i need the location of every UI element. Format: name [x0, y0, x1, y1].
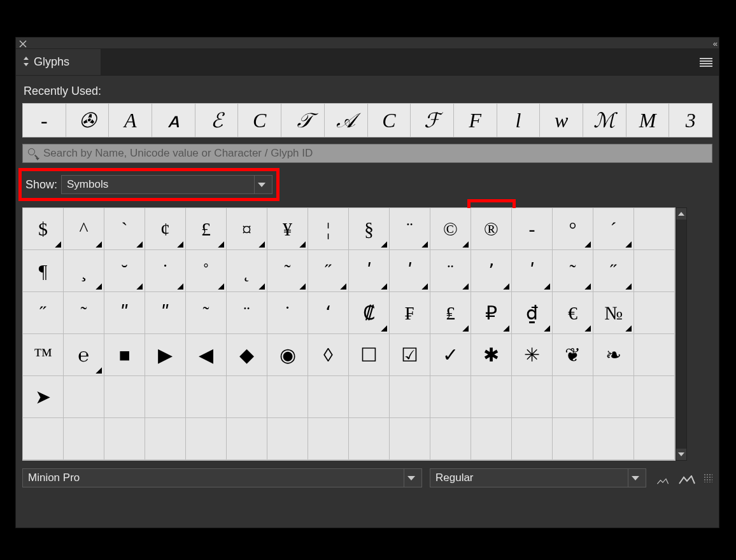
glyph-cell[interactable] [104, 418, 145, 460]
glyph-cell[interactable]: ¤ [227, 208, 267, 250]
glyph-cell[interactable]: ✱ [471, 334, 512, 376]
glyph-cell[interactable]: ¸ [64, 250, 104, 292]
glyph-cell[interactable] [64, 418, 104, 460]
recent-glyph[interactable]: F [454, 104, 497, 137]
recent-glyph[interactable]: M [626, 104, 670, 137]
scroll-down-button[interactable] [676, 449, 686, 460]
glyph-cell[interactable]: ˚ [186, 250, 227, 292]
recent-glyph[interactable]: 𝒯 [281, 104, 325, 137]
glyph-cell[interactable]: ʹ [390, 250, 430, 292]
glyph-cell[interactable]: ₽ [471, 292, 512, 334]
glyph-cell[interactable] [267, 418, 308, 460]
recent-glyph[interactable]: ℱ [411, 104, 454, 137]
recent-glyph[interactable]: ℳ [583, 104, 626, 137]
glyph-cell[interactable]: ´ [593, 208, 634, 250]
glyph-cell[interactable]: ℮ [64, 334, 104, 376]
recent-glyph[interactable]: l [497, 104, 541, 137]
glyph-cell[interactable] [512, 418, 553, 460]
glyph-cell[interactable]: $ [23, 208, 64, 250]
glyph-cell[interactable]: ʻ [308, 292, 349, 334]
glyph-cell[interactable] [227, 418, 267, 460]
glyph-cell[interactable]: ˝ [593, 250, 634, 292]
glyph-cell[interactable]: ◉ [267, 334, 308, 376]
glyph-cell[interactable]: ➤ [23, 376, 64, 418]
font-style-dropdown[interactable]: Regular [430, 468, 646, 487]
glyph-cell[interactable]: ₤ [430, 292, 471, 334]
glyph-cell[interactable]: ✳ [512, 334, 553, 376]
glyph-cell[interactable] [64, 376, 104, 418]
scroll-up-button[interactable] [676, 208, 686, 220]
recent-glyph[interactable]: C [238, 104, 281, 137]
glyph-cell[interactable] [186, 376, 227, 418]
glyph-cell[interactable] [430, 418, 471, 460]
glyph-cell[interactable]: ₫ [512, 292, 553, 334]
glyph-cell[interactable]: ™ [23, 334, 64, 376]
recent-glyph[interactable]: C [368, 104, 411, 137]
show-dropdown[interactable]: Symbols [61, 175, 272, 194]
glyph-cell[interactable]: § [349, 208, 390, 250]
glyph-cell[interactable]: ® [471, 208, 512, 250]
glyph-cell[interactable]: © [430, 208, 471, 250]
glyph-cell[interactable]: ˝ [23, 292, 64, 334]
glyph-cell[interactable] [267, 376, 308, 418]
glyph-cell[interactable]: ˙ [145, 250, 186, 292]
glyph-cell[interactable] [634, 292, 675, 334]
glyph-cell[interactable]: ˘ [104, 250, 145, 292]
glyph-cell[interactable]: ¥ [267, 208, 308, 250]
recent-glyph[interactable]: 3 [669, 104, 712, 137]
glyph-cell[interactable] [349, 418, 390, 460]
glyph-cell[interactable]: ˜ [186, 292, 227, 334]
glyph-cell[interactable] [145, 376, 186, 418]
search-field[interactable]: Search by Name, Unicode value or Charact… [22, 144, 712, 163]
glyph-cell[interactable] [593, 418, 634, 460]
glyph-cell[interactable]: ■ [104, 334, 145, 376]
glyph-cell[interactable]: ❦ [553, 334, 593, 376]
glyph-cell[interactable] [430, 376, 471, 418]
glyph-cell[interactable] [227, 376, 267, 418]
glyph-cell[interactable] [308, 376, 349, 418]
glyph-cell[interactable]: ˜ [267, 250, 308, 292]
glyph-cell[interactable] [593, 376, 634, 418]
glyph-cell[interactable] [634, 250, 675, 292]
glyph-cell[interactable]: ʹ [349, 250, 390, 292]
glyph-cell[interactable] [512, 376, 553, 418]
glyph-cell[interactable]: ¶ [23, 250, 64, 292]
glyph-cell[interactable]: ¢ [145, 208, 186, 250]
glyph-cell[interactable]: ◀ [186, 334, 227, 376]
resize-grip[interactable] [704, 473, 712, 482]
glyph-cell[interactable]: ° [553, 208, 593, 250]
glyph-cell[interactable]: ˜ [64, 292, 104, 334]
glyph-cell[interactable]: ◆ [227, 334, 267, 376]
glyph-cell[interactable] [553, 376, 593, 418]
recent-glyph[interactable]: ᴀ [152, 104, 195, 137]
glyph-cell[interactable]: ʹ [512, 250, 553, 292]
glyph-cell[interactable]: № [593, 292, 634, 334]
glyph-cell[interactable] [634, 418, 675, 460]
glyph-cell[interactable]: ₣ [390, 292, 430, 334]
glyph-cell[interactable] [634, 376, 675, 418]
glyph-cell[interactable] [23, 418, 64, 460]
glyph-cell[interactable]: ❧ [593, 334, 634, 376]
glyph-cell[interactable]: ʺ [145, 292, 186, 334]
glyph-cell[interactable] [634, 334, 675, 376]
glyph-cell[interactable] [390, 376, 430, 418]
glyph-cell[interactable]: - [512, 208, 553, 250]
glyph-cell[interactable]: ` [104, 208, 145, 250]
recent-glyph[interactable]: w [540, 104, 583, 137]
glyph-cell[interactable] [634, 208, 675, 250]
glyph-cell[interactable]: ¦ [308, 208, 349, 250]
recent-glyph[interactable]: - [23, 104, 66, 137]
glyph-cell[interactable]: ¨ [390, 208, 430, 250]
tab-glyphs[interactable]: Glyphs [16, 49, 101, 75]
glyph-cell[interactable]: € [553, 292, 593, 334]
vertical-scrollbar[interactable] [676, 207, 687, 461]
glyph-cell[interactable]: ˜ [553, 250, 593, 292]
glyph-cell[interactable] [471, 418, 512, 460]
recent-glyph[interactable]: ✇ [66, 104, 110, 137]
recent-glyph[interactable]: A [109, 104, 152, 137]
flyout-menu-icon[interactable] [700, 58, 712, 67]
glyph-cell[interactable] [471, 376, 512, 418]
font-family-dropdown[interactable]: Minion Pro [22, 468, 422, 487]
glyph-cell[interactable]: ☐ [349, 334, 390, 376]
glyph-cell[interactable]: ¨ [430, 250, 471, 292]
